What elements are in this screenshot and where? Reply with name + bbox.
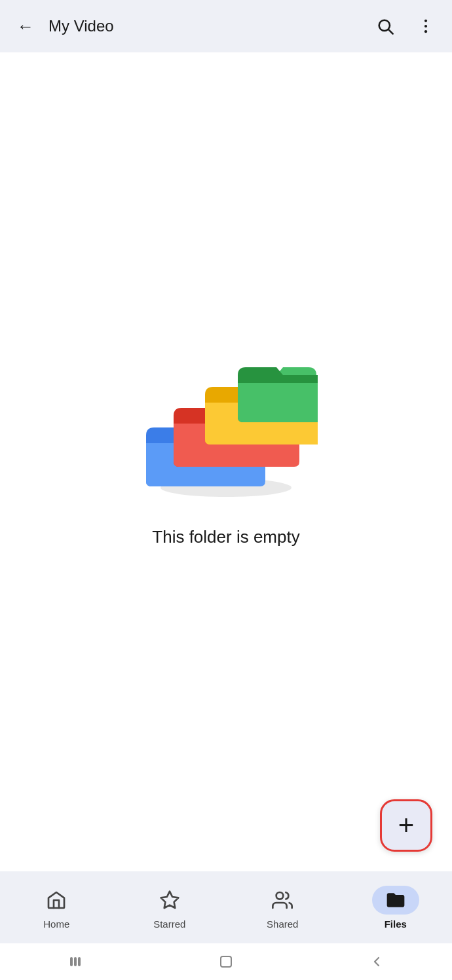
app-bar-right (372, 13, 439, 39)
back-arrow-icon: ← (17, 18, 34, 35)
plus-icon: + (398, 812, 415, 839)
shared-icon (272, 890, 293, 911)
svg-point-0 (379, 20, 390, 31)
files-nav-label: Files (385, 918, 407, 930)
shared-icon-wrapper (259, 886, 306, 915)
files-icon-wrapper (372, 886, 419, 915)
add-new-button[interactable]: + (380, 799, 432, 852)
more-vertical-icon (417, 17, 435, 35)
shared-nav-label: Shared (267, 918, 298, 930)
nav-item-home[interactable]: Home (0, 871, 113, 943)
system-nav-bar (0, 943, 452, 980)
svg-marker-10 (160, 891, 178, 907)
svg-rect-13 (74, 957, 77, 966)
svg-point-3 (424, 25, 427, 27)
back-button[interactable]: ← (13, 14, 38, 39)
sys-back-icon (369, 954, 384, 969)
empty-folder-illustration (134, 337, 318, 507)
search-icon (376, 17, 394, 35)
starred-nav-label: Starred (153, 918, 185, 930)
home-icon-wrapper (33, 886, 80, 915)
svg-rect-14 (78, 957, 81, 966)
svg-line-1 (389, 30, 393, 34)
page-title: My Video (48, 17, 114, 35)
search-button[interactable] (372, 13, 398, 39)
app-bar-left: ← My Video (13, 14, 114, 39)
nav-item-shared[interactable]: Shared (226, 871, 339, 943)
fab-container: + (380, 799, 432, 852)
home-icon (46, 890, 67, 911)
sys-nav-home[interactable] (206, 949, 246, 975)
svg-rect-12 (70, 957, 73, 966)
bottom-nav: Home Starred Shared Files (0, 871, 452, 943)
svg-point-2 (424, 20, 427, 22)
sys-nav-menu[interactable] (56, 949, 95, 975)
nav-item-starred[interactable]: Starred (113, 871, 227, 943)
menu-bars-icon (67, 956, 83, 968)
starred-icon-wrapper (146, 886, 193, 915)
app-bar: ← My Video (0, 0, 452, 52)
empty-folder-message: This folder is empty (152, 527, 299, 547)
home-nav-label: Home (43, 918, 69, 930)
svg-point-11 (276, 892, 284, 899)
star-icon (159, 890, 180, 911)
files-folder-icon (385, 890, 406, 911)
main-content: This folder is empty + (0, 52, 452, 871)
more-options-button[interactable] (413, 13, 439, 39)
nav-item-files[interactable]: Files (339, 871, 453, 943)
svg-rect-15 (221, 956, 231, 967)
sys-nav-back[interactable] (357, 949, 396, 975)
svg-point-4 (424, 30, 427, 33)
sys-home-icon (219, 954, 233, 969)
